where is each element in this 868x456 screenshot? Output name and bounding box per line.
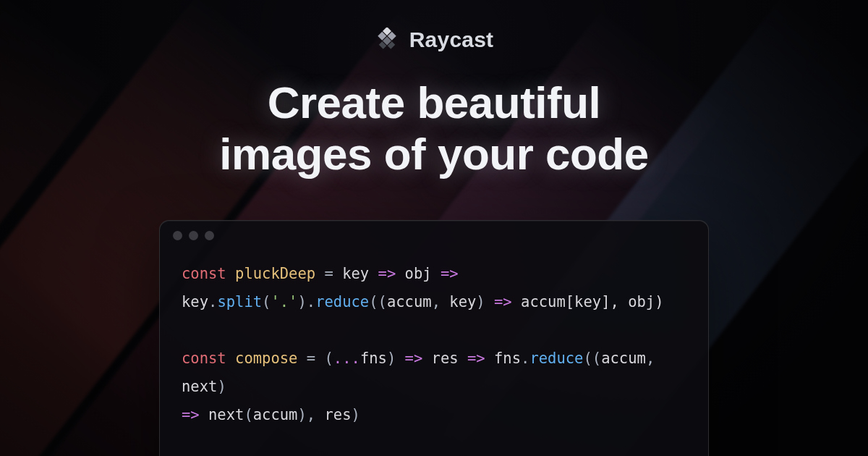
window-titlebar (160, 221, 708, 250)
code-token: = (315, 265, 342, 282)
code-token: (( (583, 350, 601, 367)
traffic-light-close-icon (173, 231, 182, 240)
code-token: fns (360, 350, 387, 367)
traffic-light-zoom-icon (205, 231, 214, 240)
code-line: const pluckDeep = key => obj => (182, 260, 686, 288)
code-token: => (405, 350, 423, 367)
code-block: const pluckDeep = key => obj =>key.split… (160, 250, 708, 456)
traffic-light-minimize-icon (189, 231, 198, 240)
code-token: const (182, 265, 235, 282)
code-token: => (182, 406, 200, 423)
raycast-logo-icon (375, 28, 399, 52)
code-token: key (182, 293, 208, 311)
code-token: accum[key], obj) (512, 293, 664, 311)
brand-row: Raycast (0, 28, 868, 52)
code-token: , (432, 293, 450, 311)
code-line: const compose = (...fns) => res => fns.r… (182, 345, 686, 401)
code-token: ) (217, 378, 226, 395)
code-token: fns (485, 350, 521, 367)
code-line: key.split('.').reduce((accum, key) => ac… (182, 288, 686, 316)
code-token: ( (244, 406, 252, 423)
beam-decoration (0, 0, 114, 456)
code-token: next (182, 378, 217, 395)
code-token: => (467, 350, 485, 367)
code-token: ... (333, 350, 360, 367)
code-token: accum (253, 406, 298, 423)
code-token: split (217, 293, 262, 311)
code-token: accum (601, 350, 646, 367)
code-token: => (494, 293, 512, 311)
code-token: ) (352, 406, 360, 423)
code-token: next (200, 406, 244, 423)
brand-name: Raycast (409, 28, 493, 52)
code-token: ). (297, 293, 315, 311)
code-token: => (369, 265, 404, 282)
code-token: , (646, 350, 664, 367)
code-token: ( (262, 293, 271, 311)
code-token: ) (387, 350, 405, 367)
code-token: compose (235, 350, 297, 367)
code-line: => next(accum), res) (182, 401, 686, 429)
code-line (182, 429, 686, 456)
code-token: = ( (297, 350, 333, 367)
code-token: accum (387, 293, 432, 311)
code-line (182, 316, 686, 345)
code-token: pluckDeep (235, 265, 315, 282)
headline-line-1: Create beautiful (0, 77, 868, 128)
code-token: res (325, 406, 352, 423)
code-token: reduce (315, 293, 369, 311)
code-token: obj (405, 265, 432, 282)
code-token: . (208, 293, 217, 311)
code-window: const pluckDeep = key => obj =>key.split… (159, 220, 709, 456)
code-token: res (422, 350, 467, 367)
code-token: ) (476, 293, 494, 311)
code-token: ), (297, 406, 324, 423)
code-token: key (449, 293, 476, 311)
code-token: => (432, 265, 459, 282)
code-token: '.' (271, 293, 297, 311)
code-token: reduce (529, 350, 583, 367)
code-token: . (521, 350, 529, 367)
headline-line-2: images of your code (0, 128, 868, 180)
page-headline: Create beautiful images of your code (0, 77, 868, 180)
code-token: key (342, 265, 369, 282)
code-token: (( (369, 293, 387, 311)
code-token: const (182, 350, 235, 367)
